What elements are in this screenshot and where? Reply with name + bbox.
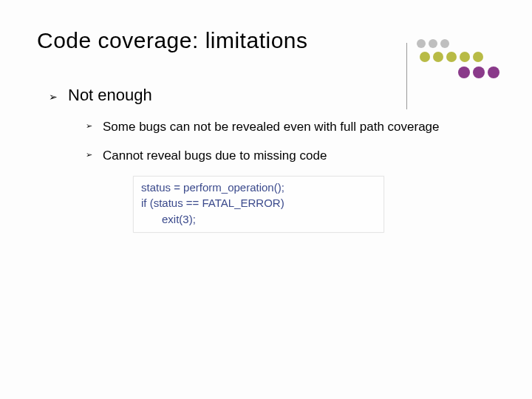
dot-icon bbox=[433, 52, 443, 62]
dot-icon bbox=[460, 52, 470, 62]
dot-icon bbox=[420, 52, 430, 62]
code-line: status = perform_operation(); bbox=[141, 180, 376, 196]
bullet-level2: ➢ Cannot reveal bugs due to missing code bbox=[86, 147, 495, 166]
code-snippet: status = perform_operation(); if (status… bbox=[133, 176, 384, 233]
slide: Code coverage: limitations ➢ Not enough … bbox=[0, 0, 532, 399]
corner-decoration bbox=[406, 43, 502, 102]
dot-icon bbox=[429, 39, 437, 48]
chevron-right-icon: ➢ bbox=[86, 147, 92, 163]
code-line: exit(3); bbox=[162, 211, 376, 228]
dot-icon bbox=[440, 39, 449, 48]
bullet-text: Some bugs can not be revealed even with … bbox=[103, 118, 440, 137]
dot-icon bbox=[417, 39, 426, 48]
dot-icon bbox=[446, 52, 457, 62]
content-area: ➢ Not enough ➢ Some bugs can not be reve… bbox=[37, 86, 495, 233]
bullet-text: Cannot reveal bugs due to missing code bbox=[103, 147, 327, 166]
bullet-text: Not enough bbox=[68, 86, 152, 105]
dot-icon bbox=[473, 66, 485, 78]
bullet-level2: ➢ Some bugs can not be revealed even wit… bbox=[86, 118, 495, 137]
dot-icon bbox=[458, 66, 470, 78]
chevron-right-icon: ➢ bbox=[49, 89, 58, 105]
dot-icon bbox=[473, 52, 483, 62]
chevron-right-icon: ➢ bbox=[86, 118, 92, 134]
dot-icon bbox=[488, 66, 499, 78]
decoration-divider bbox=[406, 43, 407, 109]
code-line: if (status == FATAL_ERROR) bbox=[141, 195, 376, 211]
